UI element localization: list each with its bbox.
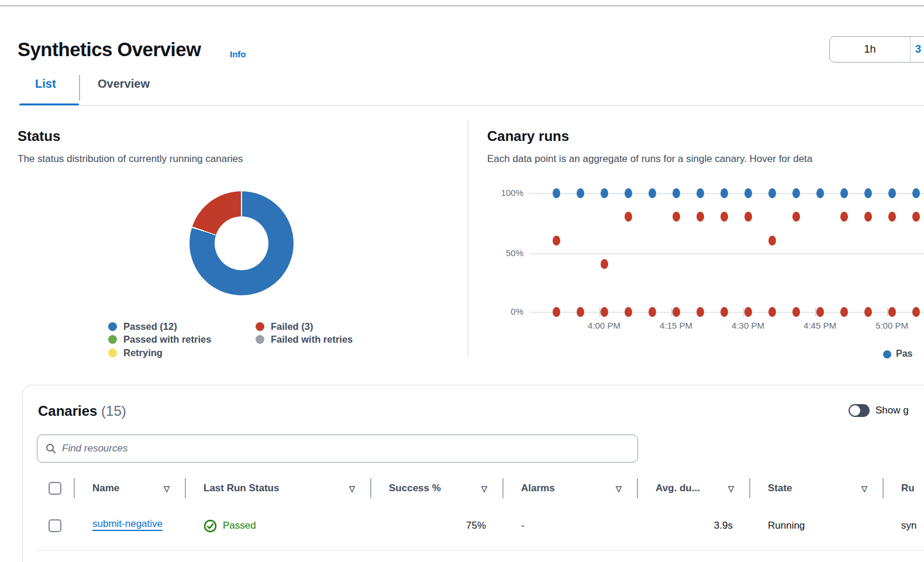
info-link[interactable]: Info	[230, 49, 246, 59]
failed-data-point[interactable]	[888, 212, 896, 222]
time-range-3h-button[interactable]: 3	[911, 37, 921, 62]
tab-divider	[79, 75, 80, 101]
column-header-last-run-status[interactable]: Last Run Status ▽	[185, 475, 370, 501]
failed-legend-dot	[256, 322, 264, 331]
column-header-avg-duration[interactable]: Avg. du... ▽	[637, 475, 749, 501]
failed-data-point[interactable]	[816, 307, 824, 317]
failed-data-point[interactable]	[601, 307, 608, 317]
select-all-cell	[36, 482, 74, 495]
failed-data-point[interactable]	[673, 307, 680, 317]
search-bar	[37, 435, 638, 463]
passed-data-point[interactable]	[840, 188, 848, 198]
failed-data-point[interactable]	[912, 212, 920, 222]
y-axis-label-100: 100%	[485, 188, 523, 198]
failed-data-point[interactable]	[697, 307, 704, 317]
search-input[interactable]	[62, 443, 629, 454]
passed-data-point[interactable]	[649, 188, 656, 198]
failed-data-point[interactable]	[840, 307, 848, 317]
sort-icon[interactable]: ▽	[861, 484, 867, 493]
passed-data-point[interactable]	[816, 188, 824, 198]
canary-name-cell: submit-negative	[74, 518, 185, 534]
failed-data-point[interactable]	[744, 212, 752, 222]
failed-data-point[interactable]	[601, 259, 608, 269]
passed-data-point[interactable]	[673, 188, 680, 198]
panel-divider	[467, 120, 468, 357]
failed-data-point[interactable]	[649, 307, 656, 317]
passed-data-point[interactable]	[625, 188, 632, 198]
canaries-count: (15)	[101, 403, 126, 419]
legend-item-passed: Passed (12)	[108, 321, 177, 332]
passed-data-point[interactable]	[768, 188, 776, 198]
time-range-1h-button[interactable]: 1h	[830, 37, 911, 62]
x-axis-label: 4:45 PM	[797, 320, 843, 330]
canary-name-link[interactable]: submit-negative	[92, 518, 163, 531]
alarms-cell: -	[502, 520, 637, 532]
legend-label: Passed (12)	[123, 321, 177, 332]
failed-data-point[interactable]	[864, 307, 872, 317]
page-title: Synthetics Overview	[18, 39, 201, 61]
failed-data-point[interactable]	[840, 212, 848, 222]
failed-data-point[interactable]	[553, 236, 560, 246]
failed-data-point[interactable]	[768, 307, 776, 317]
failed-data-point[interactable]	[744, 307, 752, 317]
column-header-success[interactable]: Success % ▽	[370, 475, 502, 501]
column-header-alarms[interactable]: Alarms ▽	[502, 475, 637, 501]
failed-data-point[interactable]	[673, 212, 680, 222]
passed-data-point[interactable]	[888, 188, 896, 198]
passed-data-point[interactable]	[720, 188, 728, 198]
canaries-heading: Canaries (15)	[38, 403, 126, 419]
sort-icon[interactable]: ▽	[164, 484, 170, 493]
failed-data-point[interactable]	[553, 307, 560, 317]
failed-data-point[interactable]	[577, 307, 584, 317]
canaries-table: Name ▽ Last Run Status ▽ Success % ▽ Ala…	[36, 475, 924, 550]
sort-icon[interactable]: ▽	[616, 484, 622, 493]
legend-item-retrying: Retrying	[108, 347, 163, 358]
y-axis-label-0: 0%	[485, 306, 523, 316]
gridline-50	[529, 253, 924, 254]
column-header-runtime[interactable]: Ru	[882, 475, 924, 501]
x-axis-label: 5:00 PM	[868, 320, 915, 330]
failed-data-point[interactable]	[720, 212, 728, 222]
x-axis-label: 4:30 PM	[725, 320, 771, 330]
last-run-status-text: Passed	[223, 520, 256, 532]
tab-overview[interactable]: Overview	[98, 77, 150, 91]
sort-icon[interactable]: ▽	[349, 484, 355, 493]
top-strip	[0, 0, 924, 5]
failed-data-point[interactable]	[792, 307, 800, 317]
passed-data-point[interactable]	[601, 188, 608, 198]
canary-runs-chart[interactable]: 100% 50% 0% 4:00 PM4:15 PM4:30 PM4:45 PM…	[485, 184, 924, 342]
column-header-name[interactable]: Name ▽	[74, 475, 185, 501]
failed-data-point[interactable]	[792, 212, 800, 222]
y-axis-label-50: 50%	[485, 248, 523, 258]
failed-data-point[interactable]	[697, 212, 704, 222]
success-cell: 75%	[370, 520, 502, 532]
failed-data-point[interactable]	[864, 212, 872, 222]
passed-data-point[interactable]	[553, 188, 560, 198]
sort-icon[interactable]: ▽	[728, 484, 734, 493]
passed-data-point[interactable]	[744, 188, 752, 198]
failed-data-point[interactable]	[625, 307, 632, 317]
failed-data-point[interactable]	[888, 307, 896, 317]
show-graphs-toggle[interactable]	[849, 404, 870, 417]
x-axis-label: 4:00 PM	[581, 320, 628, 330]
sort-icon[interactable]: ▽	[481, 484, 487, 493]
passed-data-point[interactable]	[864, 188, 872, 198]
failed-data-point[interactable]	[768, 236, 776, 246]
failed-data-point[interactable]	[912, 307, 920, 317]
legend-label: Failed (3)	[271, 321, 313, 332]
state-cell: Running	[749, 520, 882, 532]
status-donut-chart[interactable]	[189, 191, 294, 295]
tab-list[interactable]: List	[35, 77, 56, 91]
failed-data-point[interactable]	[625, 212, 632, 222]
passed-data-point[interactable]	[577, 188, 584, 198]
canary-runs-description: Each data point is an aggregate of runs …	[487, 153, 812, 165]
passed-data-point[interactable]	[792, 188, 800, 198]
failed-data-point[interactable]	[720, 307, 728, 317]
passed-data-point[interactable]	[697, 188, 704, 198]
select-all-checkbox[interactable]	[49, 482, 61, 495]
column-header-state[interactable]: State ▽	[749, 475, 882, 501]
row-select-cell	[36, 519, 74, 532]
passed-data-point[interactable]	[912, 188, 920, 198]
search-icon	[46, 443, 56, 454]
row-checkbox[interactable]	[49, 519, 61, 532]
